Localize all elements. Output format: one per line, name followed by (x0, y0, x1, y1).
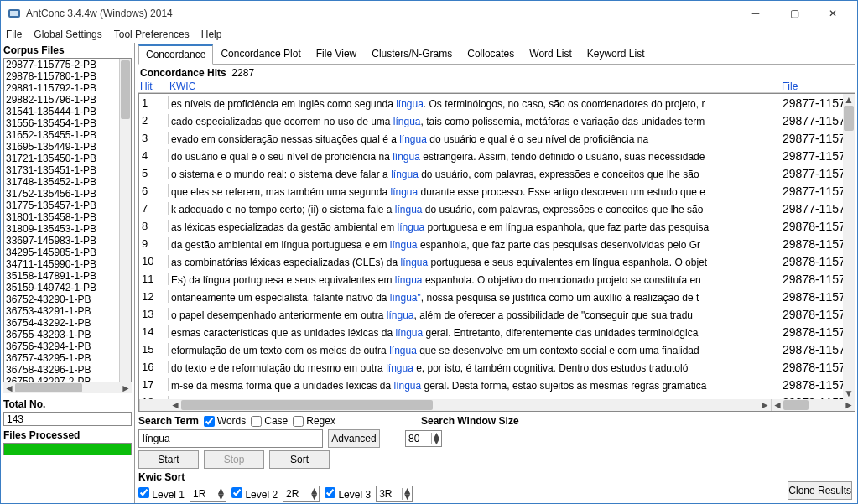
total-no-value: 143 (3, 412, 132, 426)
results-hscrollbar[interactable]: ◄► ◄► (139, 399, 855, 411)
corpus-file-item[interactable]: 36755-43293-1-PB (4, 329, 131, 340)
corpus-file-list[interactable]: 29877-115775-2-PB29878-115780-1-PB29881-… (3, 58, 132, 393)
corpus-file-item[interactable]: 34711-145990-1-PB (4, 258, 131, 270)
level1-checkbox[interactable]: Level 1 (138, 487, 185, 501)
case-checkbox[interactable]: Case (251, 415, 288, 427)
corpus-file-item[interactable]: 35158-147891-1-PB (4, 270, 131, 282)
corpus-file-item[interactable]: 36756-43294-1-PB (4, 340, 131, 352)
file-list-hscrollbar[interactable]: ◄ ► (3, 382, 132, 393)
corpus-file-item[interactable]: 31556-135454-1-PB (4, 117, 131, 129)
corpus-file-item[interactable]: 29881-115792-1-PB (4, 82, 131, 94)
level2-spinner[interactable]: ▲▼ (283, 486, 320, 502)
close-button[interactable]: ✕ (814, 1, 852, 26)
level2-checkbox[interactable]: Level 2 (231, 487, 278, 501)
corpus-file-item[interactable]: 34295-145985-1-PB (4, 247, 131, 258)
window-title: AntConc 3.4.4w (Windows) 2014 (26, 8, 736, 19)
start-button[interactable]: Start (138, 450, 199, 469)
corpus-file-item[interactable]: 31809-135453-1-PB (4, 223, 131, 235)
corpus-file-item[interactable]: 31721-135450-1-PB (4, 153, 131, 164)
header-file[interactable]: File (782, 81, 854, 92)
tab-word-list[interactable]: Word List (522, 44, 579, 65)
tab-concordance-plot[interactable]: Concordance Plot (213, 44, 308, 65)
file-list-scrollbar[interactable] (119, 59, 131, 392)
corpus-file-item[interactable]: 33697-145983-1-PB (4, 235, 131, 247)
kwic-text: esmas características que as unidades lé… (169, 325, 783, 339)
minimize-button[interactable]: ─ (736, 1, 775, 26)
kwic-text: do usuário e qual é o seu nível de profi… (169, 149, 783, 163)
result-row[interactable]: 3evado em consideração nessas situações … (139, 129, 855, 147)
result-row[interactable]: 7k adequado e no tempo certo; (ii) o sis… (139, 200, 855, 217)
tab-collocates[interactable]: Collocates (460, 44, 522, 65)
kwic-text: Es) da língua portuguesa e seus equivale… (169, 273, 783, 286)
kwic-sort-label: Kwic Sort (138, 471, 185, 483)
corpus-file-item[interactable]: 29882-115796-1-PB (4, 94, 131, 106)
corpus-files-label: Corpus Files (3, 44, 132, 56)
result-row[interactable]: 8as léxicas especializadas da gestão amb… (139, 217, 855, 235)
results-vscrollbar[interactable]: ▲ ▼ (843, 94, 855, 399)
results-pane[interactable]: 1es níveis de proficiência em inglês com… (138, 93, 855, 412)
corpus-file-item[interactable]: 31752-135456-1-PB (4, 188, 131, 200)
corpus-file-item[interactable]: 29878-115780-1-PB (4, 70, 131, 82)
corpus-file-item[interactable]: 31695-135449-1-PB (4, 141, 131, 153)
sort-button[interactable]: Sort (269, 450, 330, 469)
menu-help[interactable]: Help (201, 29, 222, 40)
corpus-file-item[interactable]: 36754-43292-1-PB (4, 317, 131, 329)
kwic-text: que eles se referem, mas também uma segu… (169, 184, 783, 198)
kwic-text: o papel desempenhado anteriormente em ou… (169, 308, 783, 321)
corpus-file-item[interactable]: 36757-43295-1-PB (4, 352, 131, 364)
hit-number: 8 (139, 220, 169, 232)
kwic-text: do texto e de reformulação do mesmo em o… (169, 361, 783, 374)
header-kwic[interactable]: KWIC (169, 81, 782, 92)
result-row[interactable]: 12ontaneamente um especialista, falante … (139, 288, 855, 305)
result-row[interactable]: 4do usuário e qual é o seu nível de prof… (139, 147, 855, 164)
clone-results-button[interactable]: Clone Results (788, 481, 852, 500)
advanced-button[interactable]: Advanced (328, 429, 380, 448)
corpus-file-item[interactable]: 31775-135457-1-PB (4, 200, 131, 211)
stop-button[interactable]: Stop (204, 450, 264, 469)
result-row[interactable]: 17m-se da mesma forma que a unidades léx… (139, 376, 855, 393)
words-checkbox[interactable]: Words (204, 415, 246, 427)
result-row[interactable]: 1es níveis de proficiência em inglês com… (139, 94, 855, 112)
result-row[interactable]: 10as combinatórias léxicas especializada… (139, 252, 855, 270)
tab-keyword-list[interactable]: Keyword List (580, 44, 653, 65)
search-input[interactable] (138, 429, 323, 448)
hit-number: 13 (139, 308, 169, 320)
result-row[interactable]: 9da gestão ambiental em língua portugues… (139, 235, 855, 252)
result-row[interactable]: 6que eles se referem, mas também uma seg… (139, 182, 855, 200)
header-hit[interactable]: Hit (140, 81, 169, 92)
menu-file[interactable]: File (6, 29, 22, 40)
hit-number: 1 (139, 96, 169, 109)
result-row[interactable]: 14esmas características que as unidades … (139, 323, 855, 340)
corpus-file-item[interactable]: 35159-149742-1-PB (4, 282, 131, 294)
corpus-file-item[interactable]: 29877-115775-2-PB (4, 59, 131, 70)
window-size-spinner[interactable]: ▲▼ (405, 430, 442, 447)
tab-concordance[interactable]: Concordance (138, 44, 213, 65)
level3-spinner[interactable]: ▲▼ (376, 486, 413, 502)
corpus-file-item[interactable]: 36753-43291-1-PB (4, 305, 131, 317)
hit-number: 6 (139, 184, 169, 197)
tab-file-view[interactable]: File View (309, 44, 364, 65)
result-row[interactable]: 11Es) da língua portuguesa e seus equiva… (139, 270, 855, 288)
level3-checkbox[interactable]: Level 3 (325, 487, 371, 501)
corpus-file-item[interactable]: 31541-135444-1-PB (4, 106, 131, 117)
menu-global-settings[interactable]: Global Settings (34, 29, 101, 40)
result-row[interactable]: 2cado especializadas que ocorrem no uso … (139, 112, 855, 129)
result-row[interactable]: 16do texto e de reformulação do mesmo em… (139, 358, 855, 376)
app-icon (8, 7, 21, 20)
result-row[interactable]: 5o sistema e o mundo real: o sistema dev… (139, 164, 855, 182)
result-row[interactable]: 13o papel desempenhado anteriormente em … (139, 305, 855, 323)
level1-spinner[interactable]: ▲▼ (190, 486, 226, 502)
corpus-file-item[interactable]: 31731-135451-1-PB (4, 164, 131, 176)
regex-checkbox[interactable]: Regex (293, 415, 335, 427)
corpus-file-item[interactable]: 36758-43296-1-PB (4, 364, 131, 376)
corpus-file-item[interactable]: 31652-135455-1-PB (4, 129, 131, 141)
corpus-file-item[interactable]: 31748-135452-1-PB (4, 176, 131, 188)
tab-bar: ConcordanceConcordance PlotFile ViewClus… (138, 44, 855, 65)
title-bar: AntConc 3.4.4w (Windows) 2014 ─ ▢ ✕ (1, 1, 858, 26)
tab-clusters-n-grams[interactable]: Clusters/N-Grams (364, 44, 460, 65)
result-row[interactable]: 15eformulação de um texto com os meios d… (139, 340, 855, 358)
corpus-file-item[interactable]: 36752-43290-1-PB (4, 294, 131, 305)
corpus-file-item[interactable]: 31801-135458-1-PB (4, 211, 131, 223)
maximize-button[interactable]: ▢ (775, 1, 814, 26)
menu-tool-preferences[interactable]: Tool Preferences (114, 29, 190, 40)
